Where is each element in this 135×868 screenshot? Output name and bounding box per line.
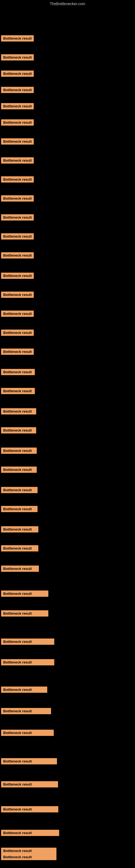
result-item-3: Bottleneck result — [1, 70, 34, 77]
result-item-9: Bottleneck result — [1, 176, 34, 183]
result-item-11: Bottleneck result — [1, 214, 34, 220]
site-title: TheBottlenecker.com — [0, 2, 135, 6]
result-item-33: Bottleneck result — [1, 659, 54, 665]
result-item-40: Bottleneck result — [1, 830, 59, 836]
result-item-41: Bottleneck result — [1, 854, 56, 860]
result-item-17: Bottleneck result — [1, 330, 34, 336]
result-item-13: Bottleneck result — [1, 252, 34, 258]
result-item-37: Bottleneck result — [1, 758, 57, 764]
result-item-27: Bottleneck result — [1, 526, 38, 532]
result-item-12: Bottleneck result — [1, 233, 34, 240]
result-item-14: Bottleneck result — [1, 273, 34, 279]
result-item-26: Bottleneck result — [1, 506, 38, 512]
result-item-23: Bottleneck result — [1, 447, 37, 454]
result-item-16: Bottleneck result — [1, 311, 34, 317]
main-container: TheBottlenecker.com Bottleneck resultBot… — [0, 0, 135, 868]
result-item-36: Bottleneck result — [1, 730, 54, 736]
result-item-35: Bottleneck result — [1, 708, 51, 714]
result-item-30: Bottleneck result — [1, 590, 48, 597]
result-item-42: Bottleneck result — [1, 848, 56, 854]
result-item-38: Bottleneck result — [1, 781, 58, 787]
result-item-10: Bottleneck result — [1, 195, 34, 202]
result-item-28: Bottleneck result — [1, 545, 38, 552]
result-item-25: Bottleneck result — [1, 487, 38, 493]
result-item-4: Bottleneck result — [1, 87, 34, 93]
result-item-20: Bottleneck result — [1, 388, 35, 394]
result-item-1: Bottleneck result — [1, 35, 34, 41]
result-item-31: Bottleneck result — [1, 610, 48, 617]
result-item-24: Bottleneck result — [1, 467, 37, 473]
result-item-21: Bottleneck result — [1, 408, 36, 414]
result-item-22: Bottleneck result — [1, 427, 36, 433]
result-item-39: Bottleneck result — [1, 806, 58, 812]
result-item-7: Bottleneck result — [1, 138, 34, 145]
result-item-32: Bottleneck result — [1, 639, 54, 645]
result-item-34: Bottleneck result — [1, 686, 47, 693]
result-item-5: Bottleneck result — [1, 103, 34, 109]
result-item-8: Bottleneck result — [1, 157, 34, 163]
result-item-2: Bottleneck result — [1, 54, 34, 61]
result-item-15: Bottleneck result — [1, 291, 34, 298]
result-item-6: Bottleneck result — [1, 119, 34, 126]
result-item-18: Bottleneck result — [1, 348, 34, 355]
result-item-19: Bottleneck result — [1, 369, 35, 375]
result-item-29: Bottleneck result — [1, 565, 39, 572]
